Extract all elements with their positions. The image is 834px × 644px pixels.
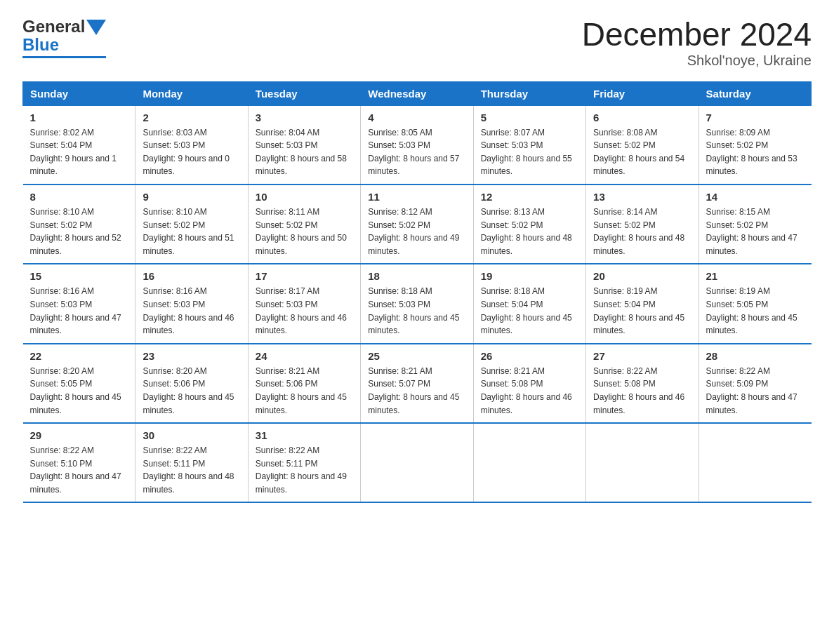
- day-number: 8: [30, 191, 128, 203]
- day-info: Sunrise: 8:16 AM Sunset: 5:03 PM Dayligh…: [143, 285, 240, 337]
- day-info: Sunrise: 8:02 AM Sunset: 5:04 PM Dayligh…: [30, 126, 128, 178]
- daylight-text: Daylight: 8 hours and 47 minutes.: [706, 233, 797, 256]
- daylight-text: Daylight: 8 hours and 48 minutes.: [143, 471, 234, 495]
- sunrise-text: Sunrise: 8:22 AM: [593, 366, 657, 376]
- daylight-text: Daylight: 9 hours and 0 minutes.: [143, 154, 229, 177]
- table-row: 20 Sunrise: 8:19 AM Sunset: 5:04 PM Dayl…: [586, 264, 699, 343]
- daylight-text: Daylight: 8 hours and 58 minutes.: [256, 154, 347, 177]
- table-row: 26 Sunrise: 8:21 AM Sunset: 5:08 PM Dayl…: [473, 344, 585, 423]
- month-title: December 2024: [582, 17, 812, 53]
- sunrise-text: Sunrise: 8:07 AM: [481, 128, 545, 137]
- table-row: [473, 423, 585, 502]
- day-info: Sunrise: 8:18 AM Sunset: 5:03 PM Dayligh…: [368, 285, 465, 337]
- sunset-text: Sunset: 5:03 PM: [143, 140, 205, 150]
- day-info: Sunrise: 8:10 AM Sunset: 5:02 PM Dayligh…: [143, 206, 240, 257]
- sunrise-text: Sunrise: 8:22 AM: [143, 445, 206, 455]
- day-info: Sunrise: 8:12 AM Sunset: 5:02 PM Dayligh…: [368, 206, 465, 257]
- header-monday: Monday: [135, 81, 248, 105]
- daylight-text: Daylight: 8 hours and 48 minutes.: [593, 233, 684, 256]
- table-row: [586, 423, 699, 502]
- header-thursday: Thursday: [473, 81, 585, 105]
- day-number: 11: [368, 191, 465, 203]
- day-number: 4: [368, 112, 465, 123]
- day-number: 18: [368, 270, 465, 282]
- sunset-text: Sunset: 5:02 PM: [481, 220, 543, 230]
- daylight-text: Daylight: 8 hours and 45 minutes.: [368, 313, 459, 336]
- day-number: 19: [481, 270, 578, 282]
- table-row: 25 Sunrise: 8:21 AM Sunset: 5:07 PM Dayl…: [361, 344, 473, 423]
- sunset-text: Sunset: 5:04 PM: [593, 300, 656, 309]
- day-number: 23: [143, 350, 240, 362]
- day-info: Sunrise: 8:19 AM Sunset: 5:04 PM Dayligh…: [593, 285, 691, 337]
- day-info: Sunrise: 8:07 AM Sunset: 5:03 PM Dayligh…: [481, 126, 578, 178]
- logo-general-text: General: [22, 17, 85, 36]
- daylight-text: Daylight: 8 hours and 45 minutes.: [368, 392, 459, 415]
- daylight-text: Daylight: 8 hours and 47 minutes.: [30, 313, 121, 336]
- daylight-text: Daylight: 8 hours and 46 minutes.: [143, 313, 234, 336]
- sunrise-text: Sunrise: 8:13 AM: [481, 207, 545, 217]
- sunset-text: Sunset: 5:02 PM: [30, 220, 93, 230]
- table-row: 22 Sunrise: 8:20 AM Sunset: 5:05 PM Dayl…: [23, 344, 135, 423]
- sunset-text: Sunset: 5:04 PM: [481, 300, 543, 309]
- sunset-text: Sunset: 5:07 PM: [368, 379, 430, 389]
- table-row: 14 Sunrise: 8:15 AM Sunset: 5:02 PM Dayl…: [699, 185, 811, 264]
- day-number: 14: [706, 191, 805, 203]
- table-row: [361, 423, 473, 502]
- day-info: Sunrise: 8:11 AM Sunset: 5:02 PM Dayligh…: [256, 206, 353, 257]
- daylight-text: Daylight: 8 hours and 52 minutes.: [30, 233, 121, 256]
- sunrise-text: Sunrise: 8:16 AM: [30, 286, 94, 296]
- day-number: 26: [481, 350, 578, 362]
- day-number: 1: [30, 112, 128, 123]
- calendar-week-row: 1 Sunrise: 8:02 AM Sunset: 5:04 PM Dayli…: [23, 105, 812, 185]
- svg-marker-0: [86, 20, 106, 35]
- sunrise-text: Sunrise: 8:18 AM: [368, 286, 432, 296]
- table-row: 19 Sunrise: 8:18 AM Sunset: 5:04 PM Dayl…: [473, 264, 585, 343]
- day-info: Sunrise: 8:22 AM Sunset: 5:11 PM Dayligh…: [143, 444, 240, 496]
- day-info: Sunrise: 8:13 AM Sunset: 5:02 PM Dayligh…: [481, 206, 578, 257]
- table-row: 6 Sunrise: 8:08 AM Sunset: 5:02 PM Dayli…: [586, 105, 699, 185]
- sunset-text: Sunset: 5:03 PM: [481, 140, 543, 150]
- sunrise-text: Sunrise: 8:05 AM: [368, 128, 432, 137]
- sunset-text: Sunset: 5:02 PM: [706, 220, 769, 230]
- sunset-text: Sunset: 5:03 PM: [368, 300, 430, 309]
- calendar-week-row: 15 Sunrise: 8:16 AM Sunset: 5:03 PM Dayl…: [23, 264, 812, 343]
- logo: General Blue: [22, 17, 106, 58]
- table-row: 7 Sunrise: 8:09 AM Sunset: 5:02 PM Dayli…: [699, 105, 811, 185]
- logo-underline: [22, 56, 106, 58]
- header-saturday: Saturday: [699, 81, 811, 105]
- table-row: 3 Sunrise: 8:04 AM Sunset: 5:03 PM Dayli…: [248, 105, 360, 185]
- day-number: 10: [256, 191, 353, 203]
- table-row: 24 Sunrise: 8:21 AM Sunset: 5:06 PM Dayl…: [248, 344, 360, 423]
- table-row: 11 Sunrise: 8:12 AM Sunset: 5:02 PM Dayl…: [361, 185, 473, 264]
- sunrise-text: Sunrise: 8:02 AM: [30, 128, 94, 137]
- sunset-text: Sunset: 5:03 PM: [30, 300, 93, 309]
- calendar-week-row: 8 Sunrise: 8:10 AM Sunset: 5:02 PM Dayli…: [23, 185, 812, 264]
- day-number: 17: [256, 270, 353, 282]
- table-row: 16 Sunrise: 8:16 AM Sunset: 5:03 PM Dayl…: [135, 264, 248, 343]
- sunset-text: Sunset: 5:10 PM: [30, 459, 93, 469]
- table-row: 5 Sunrise: 8:07 AM Sunset: 5:03 PM Dayli…: [473, 105, 585, 185]
- sunset-text: Sunset: 5:02 PM: [368, 220, 430, 230]
- daylight-text: Daylight: 8 hours and 47 minutes.: [30, 471, 121, 495]
- calendar-header-row: Sunday Monday Tuesday Wednesday Thursday…: [23, 81, 812, 105]
- table-row: 8 Sunrise: 8:10 AM Sunset: 5:02 PM Dayli…: [23, 185, 135, 264]
- page-header: General Blue December 2024 Shkol'noye, U…: [22, 17, 812, 69]
- daylight-text: Daylight: 8 hours and 48 minutes.: [481, 233, 572, 256]
- daylight-text: Daylight: 8 hours and 45 minutes.: [481, 313, 572, 336]
- sunrise-text: Sunrise: 8:22 AM: [30, 445, 94, 455]
- sunset-text: Sunset: 5:03 PM: [256, 300, 318, 309]
- table-row: 10 Sunrise: 8:11 AM Sunset: 5:02 PM Dayl…: [248, 185, 360, 264]
- sunrise-text: Sunrise: 8:10 AM: [143, 207, 206, 217]
- day-info: Sunrise: 8:21 AM Sunset: 5:07 PM Dayligh…: [368, 365, 465, 417]
- table-row: 21 Sunrise: 8:19 AM Sunset: 5:05 PM Dayl…: [699, 264, 811, 343]
- day-info: Sunrise: 8:21 AM Sunset: 5:08 PM Dayligh…: [481, 365, 578, 417]
- sunrise-text: Sunrise: 8:19 AM: [706, 286, 770, 296]
- table-row: 30 Sunrise: 8:22 AM Sunset: 5:11 PM Dayl…: [135, 423, 248, 502]
- sunrise-text: Sunrise: 8:04 AM: [256, 128, 319, 137]
- daylight-text: Daylight: 8 hours and 46 minutes.: [593, 392, 684, 415]
- day-info: Sunrise: 8:15 AM Sunset: 5:02 PM Dayligh…: [706, 206, 805, 257]
- sunset-text: Sunset: 5:02 PM: [593, 220, 656, 230]
- sunset-text: Sunset: 5:04 PM: [30, 140, 93, 150]
- daylight-text: Daylight: 8 hours and 45 minutes.: [30, 392, 121, 415]
- day-number: 24: [256, 350, 353, 362]
